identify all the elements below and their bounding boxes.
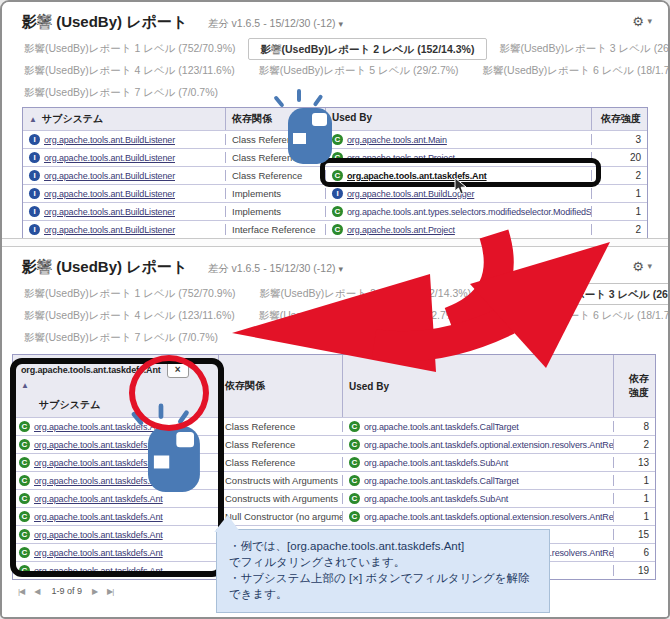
- dependency-cell: Class Reference: [225, 170, 325, 181]
- usedby-link[interactable]: org.apache.tools.ant.BuildLogger: [347, 189, 474, 199]
- subsystem-link[interactable]: org.apache.tools.ant.BuildListener: [44, 207, 175, 217]
- usedby-text: org.apache.tools.ant.taskdefs.optional.e…: [364, 440, 613, 450]
- page-title: 影響 (UsedBy) レポート: [22, 13, 187, 32]
- subsystem-link[interactable]: org.apache.tools.ant.taskdefs.Ant: [34, 458, 163, 468]
- tab-level-5[interactable]: 影響(UsedBy)レポート 5 レベル (29/2.7%): [247, 60, 471, 82]
- tab-level-4[interactable]: 影響(UsedBy)レポート 4 レベル (123/11.6%): [12, 305, 247, 327]
- click-ray: [297, 89, 301, 102]
- tab-level-1[interactable]: 影響(UsedBy)レポート 1 レベル (752/70.9%): [12, 283, 248, 305]
- prev-page-button[interactable]: ◀: [34, 587, 39, 596]
- subsystem-link[interactable]: org.apache.tools.ant.BuildListener: [44, 225, 175, 235]
- subsystem-link[interactable]: org.apache.tools.ant.BuildListener: [44, 153, 175, 163]
- class-icon: C: [349, 439, 360, 450]
- last-page-button[interactable]: ▶|: [107, 587, 113, 596]
- class-icon: C: [349, 493, 360, 504]
- subsystem-link[interactable]: org.apache.tools.ant.taskdefs.Ant: [34, 530, 163, 540]
- tab-level-1[interactable]: 影響(UsedBy)レポート 1 レベル (752/70.9%): [12, 38, 248, 60]
- tab-level-5[interactable]: 影響(UsedBy)レポート 5 レベル (29/2.7%): [247, 305, 471, 327]
- subsystem-link[interactable]: org.apache.tools.ant.taskdefs.Ant: [34, 512, 163, 522]
- table-row: Corg.apache.tools.ant.taskdefs.Ant Const…: [13, 489, 655, 507]
- class-icon: C: [349, 511, 360, 522]
- table-row: Iorg.apache.tools.ant.BuildListener Clas…: [23, 148, 647, 166]
- column-header-usedby[interactable]: Used By: [342, 355, 613, 417]
- page-range-label: 1-9 of 9: [51, 586, 82, 596]
- subsystem-link[interactable]: org.apache.tools.ant.taskdefs.Ant: [34, 566, 163, 576]
- strength-cell: 20: [591, 152, 647, 163]
- tab-level-2[interactable]: 影響(UsedBy)レポート 2 レベル (152/14.3%): [248, 283, 484, 305]
- subsystem-link[interactable]: org.apache.tools.ant.BuildListener: [44, 171, 175, 181]
- class-icon: C: [19, 529, 30, 540]
- dependency-cell: Constructs with Arguments: [218, 493, 342, 504]
- report-panel-before: 影響 (UsedBy) レポート 差分 v1.6.5 - 15/12/30 (-…: [2, 2, 668, 239]
- sort-asc-icon: ▲: [29, 115, 37, 124]
- diff-version-dropdown[interactable]: 差分 v1.6.5 - 15/12/30 (-12) ▾: [208, 262, 343, 274]
- column-header-usedby[interactable]: Used By: [325, 108, 591, 130]
- subsystem-link[interactable]: org.apache.tools.ant.BuildListener: [44, 189, 175, 199]
- diff-version-dropdown[interactable]: 差分 v1.6.5 - 15/12/30 (-12) ▾: [208, 17, 343, 29]
- usedby-text: org.apache.tools.ant.taskdefs.SubAnt: [364, 458, 508, 468]
- subsystem-link[interactable]: org.apache.tools.ant.taskdefs.Ant: [34, 548, 163, 558]
- next-page-button[interactable]: ▶: [92, 587, 97, 596]
- usedby-link-taskdefs-ant[interactable]: org.apache.tools.ant.taskdefs.Ant: [347, 171, 487, 181]
- usedby-link[interactable]: org.apache.tools.ant.Project: [347, 153, 455, 163]
- first-page-button[interactable]: |◀: [18, 587, 24, 596]
- usedby-text: org.apache.tools.ant.taskdefs.CallTarget: [364, 422, 519, 432]
- usedby-text: org.apache.tools.ant.taskdefs.CallTarget: [364, 476, 519, 486]
- column-header-strength[interactable]: 依存強度: [613, 355, 655, 417]
- tooltip-line: ・サブシステム上部の [×] ボタンでフィルタリングを解除: [229, 570, 539, 586]
- dependency-cell: Interface Reference: [225, 224, 325, 235]
- settings-menu-button[interactable]: ⚙ ▾: [632, 14, 652, 29]
- dependency-cell: Class Reference: [218, 421, 342, 432]
- class-icon: C: [349, 421, 360, 432]
- subsystem-filter-chip: org.apache.tools.ant.taskdefs.Ant ×: [21, 361, 212, 378]
- table-row: Corg.apache.tools.ant.taskdefs.Ant Const…: [13, 471, 655, 489]
- column-header-strength[interactable]: 依存強度: [591, 108, 647, 130]
- explanation-tooltip: ・例では、[org.apache.tools.ant.taskdefs.Ant]…: [216, 529, 550, 613]
- class-icon: C: [332, 152, 343, 163]
- class-icon: C: [19, 493, 30, 504]
- usedby-text: org.apache.tools.ant.taskdefs.SubAnt: [364, 494, 508, 504]
- tooltip-line: でフィルタリングされています。: [229, 554, 539, 570]
- table-header: ▲サブシステム 依存関係 Used By 依存強度: [23, 108, 647, 130]
- strength-cell: 2: [591, 224, 647, 235]
- table-row-highlighted: Iorg.apache.tools.ant.BuildListener Clas…: [23, 166, 647, 184]
- table-header: org.apache.tools.ant.taskdefs.Ant × ▲ サブ…: [13, 355, 655, 417]
- strength-cell: 8: [613, 421, 655, 432]
- class-icon: C: [19, 565, 30, 576]
- subsystem-link[interactable]: org.apache.tools.ant.BuildListener: [44, 135, 175, 145]
- tab-level-6[interactable]: 影響(UsedBy)レポート 6 レベル (18/1.7%): [471, 305, 668, 327]
- usedby-link[interactable]: org.apache.tools.ant.Main: [347, 135, 447, 145]
- tab-level-6[interactable]: 影響(UsedBy)レポート 6 レベル (18/1.7%): [471, 60, 668, 82]
- class-icon: C: [19, 421, 30, 432]
- class-icon: C: [349, 457, 360, 468]
- tab-level-4[interactable]: 影響(UsedBy)レポート 4 レベル (123/11.6%): [12, 60, 247, 82]
- settings-menu-button[interactable]: ⚙ ▾: [632, 259, 652, 274]
- tab-level-7[interactable]: 影響(UsedBy)レポート 7 レベル (7/0.7%): [12, 82, 230, 104]
- tab-level-7[interactable]: 影響(UsedBy)レポート 7 レベル (7/0.7%): [12, 327, 230, 349]
- chevron-down-icon: ▾: [338, 19, 343, 29]
- tab-level-3[interactable]: 影響(UsedBy)レポート 3 レベル (268/25.3%): [483, 283, 668, 305]
- strength-cell: 2: [613, 439, 655, 450]
- table-row: Iorg.apache.tools.ant.BuildListener Clas…: [23, 130, 647, 148]
- tab-level-3[interactable]: 影響(UsedBy)レポート 3 レベル (268/25.3%): [487, 38, 668, 60]
- tab-bar-row-1: 影響(UsedBy)レポート 1 レベル (752/70.9%) 影響(Used…: [12, 38, 658, 60]
- dependency-cell: Class Reference: [218, 457, 342, 468]
- sort-asc-icon[interactable]: ▲: [21, 381, 207, 390]
- interface-icon: I: [29, 206, 40, 217]
- tab-bar-row-2: 影響(UsedBy)レポート 4 レベル (123/11.6%) 影響(Used…: [12, 305, 658, 327]
- dependency-cell: Class Reference: [218, 439, 342, 450]
- subsystem-link[interactable]: org.apache.tools.ant.taskdefs.Ant: [34, 476, 163, 486]
- column-header-subsystem[interactable]: ▲サブシステム: [23, 108, 225, 130]
- usedby-link[interactable]: org.apache.tools.ant.Project: [347, 225, 455, 235]
- panel-header: 影響 (UsedBy) レポート 差分 v1.6.5 - 15/12/30 (-…: [2, 2, 668, 38]
- tab-level-2[interactable]: 影響(UsedBy)レポート 2 レベル (152/14.3%): [248, 38, 488, 60]
- class-icon: C: [332, 170, 343, 181]
- clear-filter-button[interactable]: ×: [167, 361, 189, 378]
- table-row-clipped: Iorg.apache.tools.ant.BuildListener Inte…: [23, 220, 647, 238]
- subsystem-link[interactable]: org.apache.tools.ant.taskdefs.Ant: [34, 494, 163, 504]
- column-header-dependency[interactable]: 依存関係: [218, 355, 342, 417]
- strength-cell: 2: [591, 170, 647, 181]
- subsystem-link[interactable]: org.apache.tools.ant.taskdefs.Ant: [34, 440, 163, 450]
- mouse-click-icon: [148, 426, 200, 492]
- tooltip-line: できます。: [229, 586, 539, 602]
